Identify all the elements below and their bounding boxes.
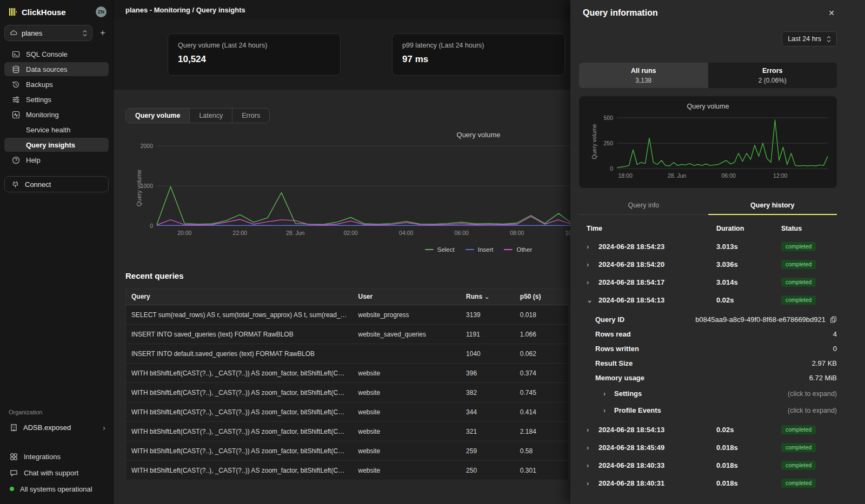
- column-header-runs[interactable]: Runs⌄: [461, 288, 515, 305]
- svg-text:250: 250: [603, 140, 613, 146]
- sidebar-item-backups[interactable]: Backups: [4, 77, 109, 91]
- timeframe-value: Last 24 hrs: [788, 35, 821, 43]
- sidebar-item-service-health[interactable]: Service health: [4, 123, 109, 137]
- tab-latency[interactable]: Latency: [190, 109, 232, 123]
- history-row[interactable]: ›2024-06-28 18:45:49 0.018s completed: [579, 439, 837, 456]
- detail-row-result-size: Result Size 2.97 KB: [579, 356, 837, 371]
- history-row[interactable]: ›2024-06-28 18:54:13 0.02s completed: [579, 421, 837, 439]
- status-badge: completed: [781, 242, 816, 251]
- table-row[interactable]: WITH bitShiftLeft(CAST(?..), _CAST(?..))…: [126, 364, 569, 383]
- sidebar-item-label: Chat with support: [24, 469, 78, 477]
- sidebar-item-help[interactable]: Help: [4, 153, 109, 167]
- table-row[interactable]: WITH bitShiftLeft(CAST(?..), _CAST(?..))…: [126, 441, 569, 461]
- tab-query-info[interactable]: Query info: [579, 197, 708, 214]
- profile-events-expandable[interactable]: › Profile Events (click to expand): [579, 402, 837, 419]
- legend-marker: [425, 249, 434, 250]
- service-row: planes +: [4, 23, 109, 46]
- selector-chevrons-icon: [827, 36, 831, 43]
- table-row[interactable]: INSERT INTO default.saved_queries (text)…: [126, 344, 569, 364]
- sidebar-item-settings[interactable]: Settings: [4, 92, 109, 106]
- panel-title: Query information: [579, 8, 658, 18]
- table-row[interactable]: SELECT sum(read_rows) AS r, sum(total_ro…: [126, 305, 569, 325]
- query-id-value: b0845aa9-a8c9-49f0-8f68-e678669bd921: [695, 315, 826, 324]
- close-icon[interactable]: ✕: [826, 8, 837, 18]
- chevron-right-icon: ›: [587, 461, 592, 469]
- sidebar-item-label: Query insights: [26, 141, 75, 149]
- sidebar-item-sql-console[interactable]: SQL Console: [4, 47, 109, 61]
- table-row[interactable]: WITH bitShiftLeft(CAST(?..), _CAST(?..))…: [126, 422, 569, 441]
- copy-icon[interactable]: [830, 316, 837, 323]
- run-duration: 0.02s: [716, 296, 781, 304]
- sidebar-item-monitoring[interactable]: Monitoring: [4, 107, 109, 122]
- tab-errors[interactable]: Errors: [232, 109, 269, 123]
- history-row[interactable]: ›2024-06-28 18:40:31 0.018s completed: [579, 474, 837, 492]
- organization-item[interactable]: ADSB.exposed ›: [4, 420, 109, 435]
- column-header-query[interactable]: Query: [126, 288, 353, 305]
- runs-errors-toggle: All runs 3,138 Errors 2 (0.06%): [579, 63, 837, 88]
- svg-text:12:00: 12:00: [773, 172, 787, 179]
- history-row-expanded[interactable]: ⌄2024-06-28 18:54:13 0.02s completed: [579, 291, 837, 309]
- sidebar-item-data-sources[interactable]: Data sources: [4, 62, 109, 76]
- backup-restore-icon: [12, 80, 20, 89]
- panel-query-volume-chart: Query volume Query volume 025050018:0028…: [579, 96, 837, 188]
- svg-text:28. Jun: 28. Jun: [286, 230, 305, 236]
- status-badge: completed: [781, 260, 816, 269]
- sidebar-footer: Integrations Chat with support All syste…: [4, 449, 109, 496]
- run-duration: 0.02s: [716, 426, 781, 434]
- svg-text:28. Jun: 28. Jun: [668, 172, 687, 179]
- sidebar-item-label: Settings: [26, 96, 51, 104]
- errors-tab[interactable]: Errors 2 (0.06%): [708, 63, 837, 88]
- table-row[interactable]: INSERT INTO saved_queries (text) FORMAT …: [126, 325, 569, 344]
- chevron-right-icon: ›: [587, 479, 592, 487]
- chat-bubble-icon: [10, 469, 18, 477]
- table-row[interactable]: WITH bitShiftLeft(CAST(?..), _CAST(?..))…: [126, 461, 569, 480]
- sidebar-item-label: Data sources: [26, 65, 68, 73]
- chevron-right-icon: ›: [103, 423, 105, 432]
- legend-item-select[interactable]: Select: [425, 246, 455, 253]
- stat-value: 10,524: [178, 54, 330, 65]
- run-time: 2024-06-28 18:54:20: [598, 260, 664, 268]
- svg-text:06:00: 06:00: [722, 172, 736, 179]
- svg-text:02:00: 02:00: [344, 230, 358, 236]
- panel-chart-canvas: 025050018:0028. Jun06:0012:00: [582, 112, 832, 183]
- all-runs-tab[interactable]: All runs 3,138: [579, 63, 708, 88]
- column-header-p50[interactable]: p50 (s): [515, 288, 569, 305]
- sidebar-item-chat-support[interactable]: Chat with support: [4, 466, 109, 480]
- user-avatar[interactable]: ZN: [96, 6, 107, 17]
- status-badge: completed: [781, 479, 816, 488]
- legend-label: Select: [437, 246, 455, 253]
- history-row[interactable]: ›2024-06-28 18:54:23 3.013s completed: [579, 238, 837, 256]
- svg-text:06:00: 06:00: [455, 230, 469, 236]
- add-service-button[interactable]: +: [97, 28, 109, 38]
- svg-text:0: 0: [610, 165, 613, 172]
- tab-query-volume[interactable]: Query volume: [126, 109, 190, 123]
- errors-label: Errors: [708, 67, 837, 75]
- panel-header: Query information ✕: [579, 8, 837, 18]
- table-row[interactable]: WITH bitShiftLeft(CAST(?..), _CAST(?..))…: [126, 402, 569, 422]
- timeframe-selector[interactable]: Last 24 hrs: [782, 31, 837, 46]
- tab-query-history[interactable]: Query history: [708, 197, 837, 215]
- history-row[interactable]: ›2024-06-28 18:40:33 0.018s completed: [579, 456, 837, 474]
- run-duration: 3.036s: [716, 260, 781, 268]
- table-row[interactable]: WITH bitShiftLeft(CAST(?..), _CAST(?..))…: [126, 383, 569, 402]
- legend-label: Insert: [478, 246, 494, 253]
- chevron-right-icon: ›: [587, 260, 592, 268]
- sidebar-item-query-insights[interactable]: Query insights: [4, 138, 109, 152]
- stat-value: 97 ms: [402, 54, 555, 65]
- legend-item-insert[interactable]: Insert: [465, 246, 494, 253]
- legend-item-other[interactable]: Other: [504, 246, 532, 253]
- run-details: Query ID b0845aa9-a8c9-49f0-8f68-e678669…: [579, 309, 837, 421]
- service-selector[interactable]: planes: [4, 25, 92, 41]
- history-row[interactable]: ›2024-06-28 18:54:17 3.014s completed: [579, 273, 837, 291]
- connect-button[interactable]: Connect: [4, 176, 109, 192]
- column-header-user[interactable]: User: [353, 288, 461, 305]
- help-icon: [12, 156, 20, 164]
- sidebar-item-integrations[interactable]: Integrations: [4, 449, 109, 463]
- status-badge: completed: [781, 461, 816, 470]
- svg-text:500: 500: [603, 115, 613, 121]
- chevron-right-icon: ›: [603, 406, 609, 414]
- system-status-item[interactable]: All systems operational: [4, 482, 109, 496]
- history-row[interactable]: ›2024-06-28 18:54:20 3.036s completed: [579, 256, 837, 273]
- detail-row-rows-written: Rows written 0: [579, 341, 837, 356]
- settings-expandable[interactable]: › Settings (click to expand): [579, 385, 837, 402]
